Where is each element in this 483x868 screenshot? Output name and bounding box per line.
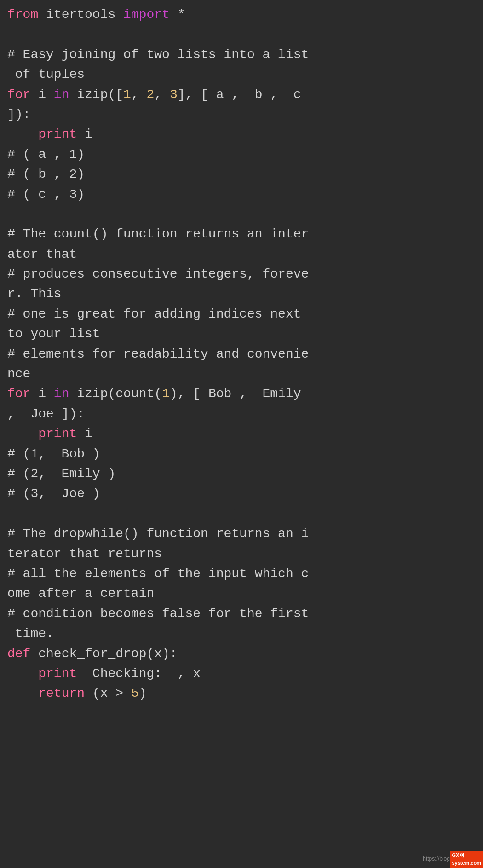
code-line: return (x > 5) xyxy=(7,683,476,703)
code-line: nce xyxy=(7,364,476,384)
logo-badge: GX网 system.com xyxy=(450,851,483,868)
code-line: # ( b , 2) xyxy=(7,164,476,184)
code-line: print i xyxy=(7,424,476,444)
code-line: ]): xyxy=(7,104,476,124)
code-line: # (1, Bob ) xyxy=(7,444,476,464)
code-line: # elements for readability and convenie xyxy=(7,344,476,364)
code-line xyxy=(7,204,476,224)
code-line: from itertools import * xyxy=(7,5,476,24)
code-line: ome after a certain xyxy=(7,584,476,603)
code-line: print Checking: , x xyxy=(7,664,476,683)
code-line: # The dropwhile() function returns an i xyxy=(7,524,476,544)
code-line: # one is great for adding indices next xyxy=(7,304,476,324)
code-line: terator that returns xyxy=(7,544,476,564)
code-line: # The count() function returns an inter xyxy=(7,224,476,244)
code-line: print i xyxy=(7,124,476,144)
code-line: # all the elements of the input which c xyxy=(7,564,476,584)
code-line: # produces consecutive integers, foreve xyxy=(7,264,476,284)
code-editor: from itertools import * # Easy joining o… xyxy=(7,5,476,704)
code-line: # (2, Emily ) xyxy=(7,464,476,484)
code-line: # (3, Joe ) xyxy=(7,484,476,503)
code-line: for i in izip([1, 2, 3], [ a , b , c xyxy=(7,85,476,104)
code-line xyxy=(7,504,476,524)
code-line: for i in izip(count(1), [ Bob , Emily xyxy=(7,384,476,404)
code-line: # Easy joining of two lists into a list xyxy=(7,45,476,64)
code-line xyxy=(7,24,476,44)
code-line: time. xyxy=(7,624,476,643)
code-line: to your list xyxy=(7,324,476,344)
code-line: ator that xyxy=(7,244,476,264)
code-line: # condition becomes false for the first xyxy=(7,604,476,624)
code-line: def check_for_drop(x): xyxy=(7,644,476,664)
code-line: # ( a , 1) xyxy=(7,145,476,164)
code-line: # ( c , 3) xyxy=(7,185,476,204)
code-line: r. This xyxy=(7,284,476,304)
code-line: , Joe ]): xyxy=(7,404,476,424)
code-line: of tuples xyxy=(7,64,476,84)
